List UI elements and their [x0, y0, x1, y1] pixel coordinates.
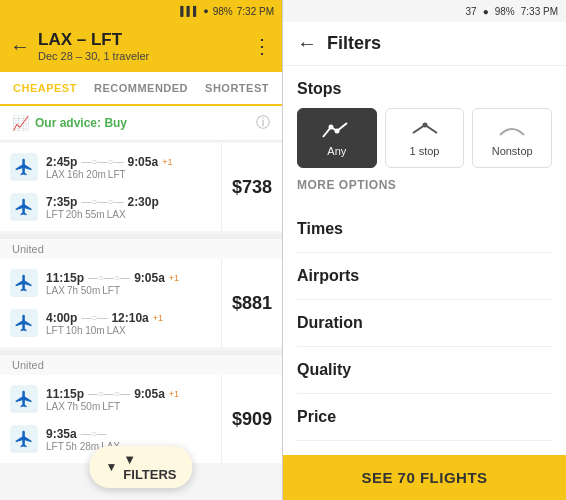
stops-indicator-3a: —○—○—	[88, 388, 130, 399]
from-airport-2a: LAX	[46, 285, 65, 296]
to-airport-2b: LAX	[107, 325, 126, 336]
arr-time-1b: 2:30p	[127, 195, 158, 209]
to-airport-2a: LFT	[102, 285, 120, 296]
dep-time-1b: 7:35p	[46, 195, 77, 209]
battery-right: 98%	[495, 6, 515, 17]
from-airport-1a: LAX	[46, 169, 65, 180]
back-button[interactable]: ←	[10, 35, 30, 58]
arr-time-3a: 9:05a	[134, 387, 165, 401]
airline-logo-1b	[10, 193, 38, 221]
time-right: 7:33 PM	[521, 6, 558, 17]
flight-details-3a: 11:15p —○—○— 9:05a +1 LAX 7h 50m LFT	[46, 387, 211, 412]
signal-right: 37	[466, 6, 477, 17]
stops-indicator-1b: —○—○—	[81, 196, 123, 207]
stop-btn-any[interactable]: Any	[297, 108, 377, 168]
wifi-right-icon: ●	[483, 6, 489, 17]
advice-info-icon[interactable]: ⓘ	[256, 114, 270, 132]
status-bar-right: 37 ● 98% 7:33 PM	[283, 0, 566, 22]
tab-recommended[interactable]: RECOMMENDED	[90, 72, 192, 104]
tabs-row: CHEAPEST RECOMMENDED SHORTEST	[0, 72, 282, 106]
flight-details-1b: 7:35p —○—○— 2:30p LFT 20h 55m LAX	[46, 195, 211, 220]
duration-1b: 20h 55m	[66, 209, 105, 220]
flight-card-2a: 11:15p —○—○— 9:05a +1 LAX 7h 50m LFT	[0, 263, 221, 303]
stops-indicator-3b: —○—	[81, 428, 107, 439]
duration-2b: 10h 10m	[66, 325, 105, 336]
flights-list: 2:45p —○—○— 9:05a +1 LAX 16h 20m LFT	[0, 141, 282, 463]
flight-price-row-2: 11:15p —○—○— 9:05a +1 LAX 7h 50m LFT	[0, 259, 282, 347]
airline-logo-2b	[10, 309, 38, 337]
stop-btn-1stop[interactable]: 1 stop	[385, 108, 465, 168]
filters-title: Filters	[327, 33, 381, 54]
svg-point-0	[328, 125, 333, 130]
status-bar-left: ▌▌▌ ● 98% 7:32 PM	[0, 0, 282, 22]
stop-any-label: Any	[327, 145, 346, 157]
filter-airports-title: Airports	[297, 267, 552, 285]
arr-time-2a: 9:05a	[134, 271, 165, 285]
price-3: $909	[232, 409, 272, 430]
flight-group-2[interactable]: United 11:15p —○—○—	[0, 238, 282, 347]
airline-logo-1a	[10, 153, 38, 181]
to-airport-1b: LAX	[107, 209, 126, 220]
day-offset-2b: +1	[153, 313, 163, 323]
signal-icon: ▌▌▌	[180, 6, 199, 16]
filter-quality-title: Quality	[297, 361, 552, 379]
flight-card-1b: 7:35p —○—○— 2:30p LFT 20h 55m LAX	[0, 187, 221, 227]
flight-details-2b: 4:00p —○— 12:10a +1 LFT 10h 10m LAX	[46, 311, 211, 336]
battery-left: 98%	[213, 6, 233, 17]
filter-row-price[interactable]: Price	[297, 394, 552, 441]
see-flights-button[interactable]: SEE 70 FLIGHTS	[283, 455, 566, 500]
filters-button[interactable]: ▼ ▼ FILTERS	[89, 446, 192, 488]
flights-list-container: 2:45p —○—○— 9:05a +1 LAX 16h 20m LFT	[0, 141, 282, 500]
flight-card-2b: 4:00p —○— 12:10a +1 LFT 10h 10m LAX	[0, 303, 221, 343]
stops-indicator-2b: —○—	[81, 312, 107, 323]
airline-label-2: United	[0, 238, 282, 259]
filter-row-duration[interactable]: Duration	[297, 300, 552, 347]
more-options-button[interactable]: ⋮	[252, 34, 272, 58]
filter-duration-title: Duration	[297, 314, 552, 332]
stops-section-title: Stops	[297, 80, 552, 98]
route-title: LAX – LFT	[38, 30, 252, 50]
airline-logo-2a	[10, 269, 38, 297]
advice-text: Our advice: Buy	[35, 116, 256, 130]
dep-time-1a: 2:45p	[46, 155, 77, 169]
price-1: $738	[232, 177, 272, 198]
filter-row-airports[interactable]: Airports	[297, 253, 552, 300]
more-options-link[interactable]: MORE OPTIONS	[297, 178, 552, 192]
dep-time-2b: 4:00p	[46, 311, 77, 325]
filters-header: ← Filters	[283, 22, 566, 66]
dep-time-2a: 11:15p	[46, 271, 84, 285]
dep-time-3a: 11:15p	[46, 387, 84, 401]
stop-btn-nonstop[interactable]: Nonstop	[472, 108, 552, 168]
header-title-group: LAX – LFT Dec 28 – 30, 1 traveler	[38, 30, 252, 62]
day-offset-3a: +1	[169, 389, 179, 399]
duration-1a: 16h 20m	[67, 169, 106, 180]
airline-logo-3b	[10, 425, 38, 453]
airline-logo-3a	[10, 385, 38, 413]
filter-row-times[interactable]: Times	[297, 206, 552, 253]
filters-back-button[interactable]: ←	[297, 32, 317, 55]
left-header: ← LAX – LFT Dec 28 – 30, 1 traveler ⋮	[0, 22, 282, 72]
price-2: $881	[232, 293, 272, 314]
to-airport-3a: LFT	[102, 401, 120, 412]
day-offset-1a: +1	[162, 157, 172, 167]
advice-bar: 📈 Our advice: Buy ⓘ	[0, 106, 282, 141]
flight-card-3a: 11:15p —○—○— 9:05a +1 LAX 7h 50m LFT	[0, 379, 221, 419]
filter-row-quality[interactable]: Quality	[297, 347, 552, 394]
stops-indicator-2a: —○—○—	[88, 272, 130, 283]
flight-group-1[interactable]: 2:45p —○—○— 9:05a +1 LAX 16h 20m LFT	[0, 143, 282, 231]
arr-time-1a: 9:05a	[127, 155, 158, 169]
stop-nonstop-label: Nonstop	[492, 145, 533, 157]
filters-label: ▼ FILTERS	[123, 452, 176, 482]
arr-time-2b: 12:10a	[111, 311, 148, 325]
tab-shortest[interactable]: SHORTEST	[192, 72, 282, 104]
filter-icon: ▼	[105, 460, 117, 474]
stops-indicator-1a: —○—○—	[81, 156, 123, 167]
svg-point-1	[334, 129, 339, 134]
duration-2a: 7h 50m	[67, 285, 100, 296]
from-airport-2b: LFT	[46, 325, 64, 336]
advice-trend-icon: 📈	[12, 115, 29, 131]
airline-label-3: United	[0, 354, 282, 375]
tab-cheapest[interactable]: CHEAPEST	[0, 72, 90, 106]
from-airport-3a: LAX	[46, 401, 65, 412]
filter-times-title: Times	[297, 220, 552, 238]
